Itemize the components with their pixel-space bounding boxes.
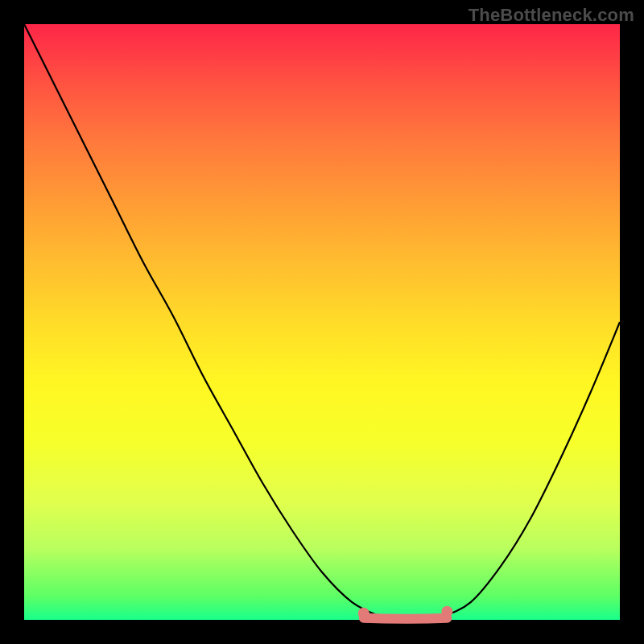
watermark-text: TheBottleneck.com (469, 5, 634, 26)
flat-region-start-dot (358, 608, 369, 619)
flat-region-marker (364, 618, 448, 619)
bottleneck-curve-svg (24, 24, 620, 620)
flat-region-end-dot (441, 606, 452, 617)
bottleneck-curve-path (24, 24, 620, 620)
